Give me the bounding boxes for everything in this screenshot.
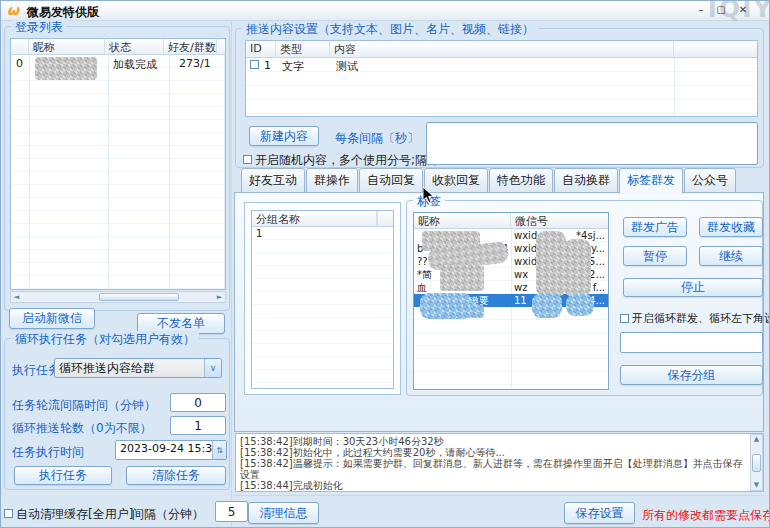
login-col-count: 好友/群数: [164, 39, 217, 54]
maximize-button[interactable]: ▢: [713, 3, 729, 17]
cache-interval-input[interactable]: 5: [215, 501, 248, 522]
save-group-button[interactable]: 保存分组: [620, 365, 763, 385]
group-name-table[interactable]: 分组名称 1: [251, 210, 394, 389]
task-time-picker[interactable]: 2023-09-24 15:38:41 ⇅: [115, 440, 227, 460]
scroll-up-icon[interactable]: ▲: [751, 435, 762, 444]
push-settings-title: 推送内容设置（支持文本、图片、名片、视频、链接）: [242, 21, 538, 38]
spinner-icon[interactable]: ⇅: [212, 441, 226, 459]
tab-official-account[interactable]: 公众号: [684, 168, 736, 193]
wxid-fragment: 2...: [589, 268, 605, 281]
resume-button[interactable]: 继续: [699, 246, 763, 266]
login-row[interactable]: 0 加载完成 273/1: [11, 55, 226, 81]
start-new-wechat-button[interactable]: 启动新微信: [9, 308, 95, 329]
loop-mass-send-checkbox[interactable]: [620, 314, 629, 323]
log-panel[interactable]: [15:38:42]到期时间：30天23小时46分32秒 [15:38:42]初…: [235, 433, 764, 492]
random-content-label: 开启随机内容，多个使用分号;隔开: [255, 152, 439, 169]
bottom-separator: [234, 495, 764, 496]
login-col-extra: [217, 39, 225, 54]
run-task-button[interactable]: 执行任务: [14, 466, 112, 485]
tag-groupbox: 标签 昵称 微信号 wxid_*4sj... b'4424: [406, 200, 763, 396]
login-table[interactable]: 昵称 状态 好友/群数 0 加载完成 273/1: [10, 38, 226, 290]
blurred-text-selected: [532, 293, 562, 318]
task-label: 执行任务: [12, 362, 60, 379]
push-col-content: 内容: [330, 41, 674, 57]
tab-tag-mass-send[interactable]: 标签群发: [619, 168, 683, 194]
wxid-fragment: wxid: [514, 256, 537, 267]
blurred-text-selected: [566, 294, 594, 316]
content-textarea[interactable]: [426, 122, 758, 165]
app-window: IQIYI ω 微易发特供版 – ▢ ✕ 登录列表 昵称 状态 好友/群数: [0, 0, 770, 528]
clean-messages-button[interactable]: 清理信息: [248, 502, 319, 524]
login-hscrollbar[interactable]: ◄ ►: [10, 291, 226, 303]
push-row-checkbox[interactable]: [250, 60, 259, 69]
scroll-down-icon[interactable]: ▼: [751, 481, 762, 490]
stop-button[interactable]: 停止: [623, 278, 763, 297]
task-interval-label: 任务轮流间隔时间（分钟）: [12, 397, 156, 414]
task-select-value: 循环推送内容给群: [55, 359, 204, 377]
tab-group-ops[interactable]: 群操作: [306, 168, 358, 193]
minimize-button[interactable]: –: [693, 3, 709, 17]
login-col-index: [11, 39, 29, 54]
task-interval-input[interactable]: 0: [170, 393, 226, 412]
tab-friend-interact[interactable]: 好友互动: [241, 168, 305, 193]
log-vscrollbar[interactable]: ▲ ▼: [750, 434, 763, 491]
auto-clean-cache-checkbox[interactable]: [4, 509, 13, 518]
tab-strip: 好友互动 群操作 自动回复 收款回复 特色功能 自动换群 标签群发 公众号: [234, 172, 737, 193]
tag-col-nickname: 昵称: [414, 213, 511, 228]
tag-contacts-table[interactable]: 昵称 微信号 wxid_*4sj... b'4424 wxid_uy...: [413, 212, 609, 390]
chevron-down-icon[interactable]: ∨: [204, 359, 221, 377]
login-row-count: 273/1: [179, 57, 211, 70]
group-list-panel: 分组名称 1: [244, 202, 401, 395]
new-content-button[interactable]: 新建内容: [249, 126, 319, 146]
group-table-header: 分组名称: [252, 211, 393, 227]
group-col-extra: [377, 211, 393, 226]
login-list-title: 登录列表: [11, 19, 67, 36]
scroll-thumb[interactable]: [752, 454, 761, 472]
log-line: [15:38:44]完成初始化: [240, 480, 747, 491]
task-time-value: 2023-09-24 15:38:41: [116, 441, 212, 459]
scroll-thumb[interactable]: [99, 293, 179, 301]
push-col-id: ID: [246, 41, 276, 57]
wxid-fragment: f...: [593, 281, 605, 294]
blurred-text: [564, 239, 591, 297]
push-row-type: 文字: [282, 59, 304, 74]
group-table-body: [252, 227, 393, 388]
save-settings-button[interactable]: 保存设置: [564, 502, 635, 524]
loop-task-title: 循环执行任务（对勾选用户有效）: [11, 331, 199, 348]
blurred-text: [440, 265, 484, 291]
scroll-right-icon[interactable]: ►: [214, 293, 225, 302]
cache-interval-label: 间隔（分钟）: [132, 506, 204, 523]
push-content-table[interactable]: ID 类型 内容 1 文字 测试: [245, 40, 758, 117]
panel-separator: [231, 22, 232, 528]
loop-mass-send-label: 开启循环群发、循环左下角设置: [632, 311, 770, 326]
login-col-status: 状态: [105, 39, 164, 54]
task-time-label: 任务执行时间: [12, 444, 84, 461]
push-row[interactable]: 1 文字 测试: [246, 58, 758, 72]
tab-auto-reply[interactable]: 自动回复: [359, 168, 423, 193]
loop-setting-input[interactable]: [620, 332, 763, 353]
scroll-left-icon[interactable]: ◄: [11, 293, 22, 302]
push-row-content: 测试: [336, 59, 358, 74]
clear-task-button[interactable]: 清除任务: [126, 466, 226, 485]
login-row-status: 加载完成: [113, 57, 157, 72]
group-row[interactable]: 1: [252, 227, 393, 240]
group-row-name: 1: [256, 227, 262, 240]
log-line: [15:38:42]温馨提示：如果需要护群、回复群消息、新人进群等，需在群操作里…: [240, 458, 747, 480]
tab-special-features[interactable]: 特色功能: [489, 168, 553, 193]
tab-auto-switch-group[interactable]: 自动换群: [554, 168, 618, 193]
close-button[interactable]: ✕: [735, 3, 751, 17]
task-select[interactable]: 循环推送内容给群 ∨: [54, 358, 222, 378]
random-content-checkbox[interactable]: [243, 155, 252, 164]
login-table-header: 昵称 状态 好友/群数: [11, 39, 225, 55]
mass-send-fav-button[interactable]: 群发收藏: [699, 217, 763, 237]
mouse-cursor: [423, 187, 436, 205]
blurred-text-selected: [442, 305, 484, 318]
push-row-id: 1: [264, 59, 271, 72]
mass-send-ad-button[interactable]: 群发广告: [623, 217, 687, 237]
tag-table-header: 昵称 微信号: [414, 213, 608, 229]
task-rounds-input[interactable]: 1: [170, 416, 226, 435]
push-col-extra: [674, 41, 757, 57]
task-rounds-label: 循环推送轮数（0为不限）: [12, 420, 152, 437]
pause-button[interactable]: 暂停: [623, 246, 687, 266]
title-bar: IQIYI ω 微易发特供版 – ▢ ✕: [1, 1, 770, 21]
